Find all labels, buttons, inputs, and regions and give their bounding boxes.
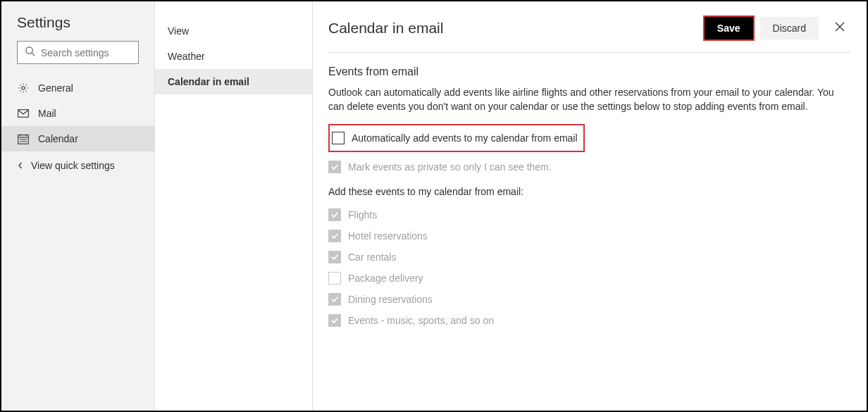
sidebar-item-general[interactable]: General [1, 75, 154, 101]
subnav-label: Weather [168, 51, 205, 62]
event-types-list: FlightsHotel reservationsCar rentalsPack… [328, 204, 851, 331]
subnav-label: View [168, 25, 189, 37]
event-type-checkbox [328, 293, 341, 306]
event-type-row: Package delivery [328, 268, 851, 289]
mark-private-label: Mark events as private so only I can see… [348, 161, 552, 173]
auto-add-label: Automatically add events to my calendar … [352, 132, 578, 144]
event-type-label: Dining reservations [348, 294, 433, 305]
event-type-label: Hotel reservations [348, 230, 428, 242]
close-button[interactable] [829, 17, 851, 39]
svg-point-2 [22, 87, 25, 89]
subnav-item-view[interactable]: View [155, 18, 312, 44]
save-button[interactable]: Save [705, 17, 753, 39]
view-quick-settings-link[interactable]: View quick settings [1, 153, 154, 178]
settings-title: Settings [1, 14, 154, 41]
gear-icon [17, 82, 30, 94]
quick-settings-label: View quick settings [31, 160, 115, 171]
discard-button[interactable]: Discard [760, 17, 819, 39]
event-type-row: Flights [328, 204, 851, 225]
sidebar-item-calendar[interactable]: Calendar [1, 126, 154, 151]
section-description: Outlook can automatically add events lik… [328, 85, 850, 114]
event-type-label: Flights [348, 209, 377, 220]
event-type-label: Car rentals [348, 251, 396, 263]
event-type-checkbox [328, 272, 341, 285]
sidebar-item-mail[interactable]: Mail [1, 101, 154, 126]
search-settings-input-wrap[interactable] [17, 41, 139, 64]
event-type-label: Package delivery [348, 273, 423, 284]
event-type-label: Events - music, sports, and so on [348, 315, 494, 326]
search-settings-input[interactable] [41, 47, 131, 58]
event-type-checkbox [328, 314, 341, 327]
svg-point-0 [26, 47, 32, 54]
close-icon [835, 22, 845, 35]
settings-sidebar: Settings General [1, 1, 155, 411]
event-type-checkbox [328, 208, 341, 221]
event-type-row: Events - music, sports, and so on [328, 310, 851, 331]
event-type-checkbox [328, 251, 341, 263]
section-title: Events from email [328, 65, 851, 78]
mail-icon [17, 109, 30, 118]
add-these-events-label: Add these events to my calendar from ema… [328, 186, 851, 197]
chevron-left-icon [17, 160, 24, 171]
svg-line-1 [32, 53, 35, 56]
sidebar-item-label: Calendar [38, 133, 78, 144]
auto-add-highlight: Automatically add events to my calendar … [328, 124, 585, 152]
page-title: Calendar in email [328, 20, 698, 37]
search-icon [25, 46, 35, 59]
auto-add-checkbox[interactable] [332, 132, 345, 144]
event-type-row: Car rentals [328, 246, 851, 268]
calendar-subnav: View Weather Calendar in email [155, 1, 313, 411]
calendar-icon [17, 134, 30, 144]
mark-private-checkbox [328, 161, 341, 173]
event-type-checkbox [328, 230, 341, 242]
main-panel: Calendar in email Save Discard Events fr… [313, 1, 867, 411]
subnav-label: Calendar in email [168, 76, 249, 87]
subnav-item-weather[interactable]: Weather [155, 44, 312, 69]
event-type-row: Hotel reservations [328, 225, 851, 246]
event-type-row: Dining reservations [328, 289, 851, 310]
sidebar-item-label: Mail [38, 108, 56, 119]
subnav-item-calendar-in-email[interactable]: Calendar in email [155, 69, 312, 94]
sidebar-item-label: General [38, 82, 73, 94]
